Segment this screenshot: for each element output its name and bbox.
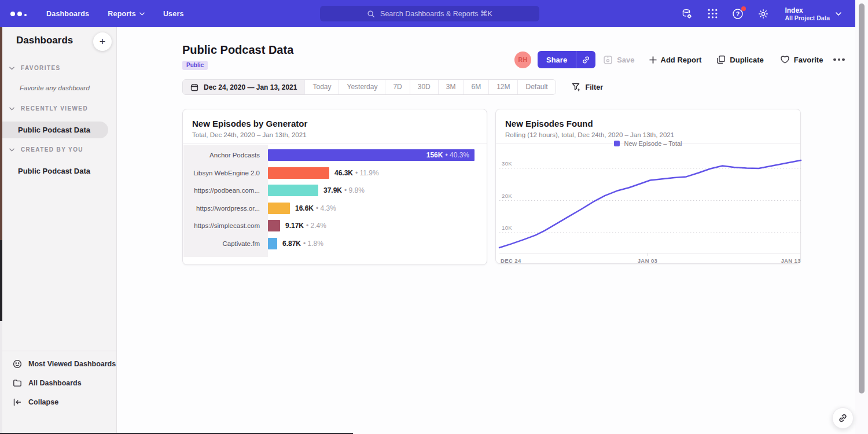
bar-value: 6.87K [282,240,301,248]
card-subtitle: Total, Dec 24th, 2020 – Jan 13th, 2021 [192,131,477,138]
section-label: FAVORITES [21,65,61,71]
logo-dot [17,12,22,16]
duplicate-icon [716,55,726,64]
card-new-episodes-by-generator: New Episodes by Generator Total, Dec 24t… [182,109,487,265]
recently-viewed-section-header[interactable]: RECENTLY VIEWED [9,105,88,112]
smiley-icon [13,359,22,369]
search-input[interactable]: Search Dashboards & Reports ⌘K [320,6,539,21]
bar-pct: • 9.8% [344,186,365,194]
date-range-button[interactable]: Dec 24, 2020 — Jan 13, 2021 [183,80,304,94]
collapse-sidebar-button[interactable]: Collapse [2,392,116,411]
sidebar-item-public-podcast-data[interactable]: Public Podcast Data [2,122,108,138]
svg-text:10K: 10K [502,225,512,231]
duplicate-button[interactable]: Duplicate [716,55,764,64]
bar-category-label: Captivate.fm [183,240,268,247]
card-subtitle: Rolling (12 hours), total, Dec 24th, 202… [505,131,791,138]
sidebar-item-public-podcast-data-created[interactable]: Public Podcast Data [2,163,108,179]
nav-users[interactable]: Users [163,10,184,18]
date-preset-button[interactable]: 6M [463,80,488,94]
bar-category-label: https://wordpress.or... [183,205,268,212]
chevron-down-icon [836,12,841,16]
card-title: New Episodes by Generator [192,119,477,128]
nav-label: Users [163,10,184,18]
more-options-button[interactable] [832,56,846,64]
logo-dot [10,12,15,16]
save-button[interactable]: Save [603,55,634,65]
bar-chart-row[interactable]: https://wordpress.or... 16.6K• 4.3% 16.6… [183,200,486,218]
bar-value-outside: 9.17K• 2.4% [285,222,326,230]
filter-button[interactable]: Filter [572,83,604,91]
svg-text:30K: 30K [502,160,512,167]
nav-label: Reports [108,10,136,18]
bar[interactable]: 46.3K• 11.9% [268,167,329,179]
card-header: New Episodes by Generator Total, Dec 24t… [183,109,487,144]
bar[interactable]: 9.17K• 2.4% [268,220,280,231]
page-scrollbar[interactable] [855,0,868,434]
share-button[interactable]: Share [538,51,595,68]
nav-reports[interactable]: Reports [108,10,145,18]
favorites-section-header[interactable]: FAVORITES [9,65,61,71]
line-chart-svg[interactable]: 10K20K30K [499,157,801,253]
settings-gear-icon[interactable] [757,8,770,20]
bar-chart-row[interactable]: https://simplecast.com 9.17K• 2.4% 9.17K… [183,217,486,235]
favorite-label: Favorite [794,56,823,64]
bar[interactable]: 37.9K• 9.8% [268,185,318,196]
created-by-you-section-header[interactable]: CREATED BY YOU [9,146,83,153]
bar-pct: • 4.3% [316,204,336,212]
bar-track: 16.6K• 4.3% 16.6K• 4.3% [268,200,486,218]
link-icon [838,413,848,423]
card-header: New Episodes Found Rolling (12 hours), t… [496,109,800,144]
footer-label: Most Viewed Dashboards [28,360,116,368]
bar-value: 156K [426,151,443,159]
add-report-label: Add Report [661,56,702,64]
bar-chart-row[interactable]: https://podbean.com... 37.9K• 9.8% 37.9K… [183,182,486,200]
nav-label: Dashboards [46,10,89,18]
help-icon[interactable]: ? [731,8,744,20]
workspace-selector[interactable]: Index All Project Data [785,6,841,21]
bar-track: 46.3K• 11.9% 46.3K• 11.9% [268,164,486,182]
bar-chart-row[interactable]: Captivate.fm 6.87K• 1.8% 6.87K• 1.8% [183,235,486,253]
bar-value: 9.17K [285,222,304,230]
most-viewed-dashboards-button[interactable]: Most Viewed Dashboards [2,354,116,373]
date-preset-button[interactable]: Today [304,80,339,94]
chart-legend: New Episode – Total [496,140,800,147]
share-link-icon[interactable] [576,51,595,68]
bar-chart-row[interactable]: Anchor Podcasts 156K• 40.3% 156K• 40.3% [183,146,486,164]
x-axis-labels: DEC 24 JAN 03 JAN 13 [499,258,801,264]
date-preset-button[interactable]: 12M [488,80,517,94]
bar-pct: • 2.4% [306,222,326,230]
bar-value-outside: 16.6K• 4.3% [295,204,336,212]
chevron-down-icon [9,67,14,70]
bar-category-label: Libsyn WebEngine 2.0 [183,170,268,176]
add-report-button[interactable]: Add Report [649,56,702,64]
apps-grid-icon[interactable] [706,8,719,20]
notification-badge [741,6,746,11]
date-range-label: Dec 24, 2020 — Jan 13, 2021 [204,83,297,91]
date-preset-button[interactable]: 7D [385,80,409,94]
page-title: Public Podcast Data [182,43,293,57]
bar[interactable]: 156K• 40.3% [268,149,475,161]
bar-category-label: https://simplecast.com [183,222,268,229]
search-placeholder: Search Dashboards & Reports ⌘K [380,9,492,18]
filter-funnel-icon [572,83,581,91]
all-dashboards-button[interactable]: All Dashboards [2,373,116,392]
nav-dashboards[interactable]: Dashboards [46,10,89,18]
new-dashboard-button[interactable]: + [93,32,112,51]
scrollbar-thumb[interactable] [859,3,865,393]
copy-link-fab[interactable] [832,407,854,429]
app-logo[interactable] [10,12,27,16]
avatar[interactable]: RH [514,52,531,68]
date-preset-button[interactable]: 3M [438,80,464,94]
folder-icon [13,378,22,388]
bar-value-inside: 156K• 40.3% [426,151,475,159]
bar-chart-row[interactable]: Libsyn WebEngine 2.0 46.3K• 11.9% 46.3K•… [183,164,486,182]
date-preset-button[interactable]: Yesterday [339,80,385,94]
date-preset-button[interactable]: Default [517,80,555,94]
date-preset-button[interactable]: 30D [410,80,438,94]
bar[interactable]: 6.87K• 1.8% [268,238,277,249]
bar[interactable]: 16.6K• 4.3% [268,203,290,214]
favorite-button[interactable]: Favorite [780,55,823,64]
x-tick-label: JAN 13 [781,258,801,264]
data-sources-icon[interactable] [681,8,693,20]
share-label[interactable]: Share [538,51,576,68]
